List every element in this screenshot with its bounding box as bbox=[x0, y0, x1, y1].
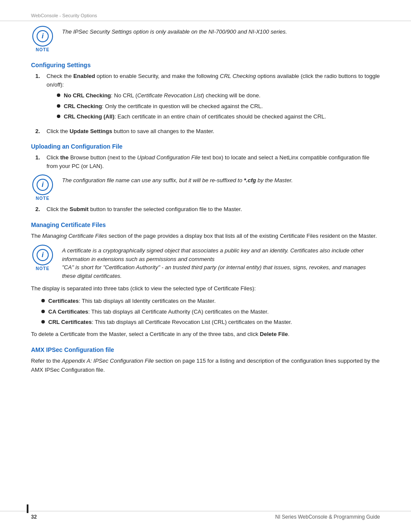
amx-heading: AMX IPSec Configuration file bbox=[31, 346, 380, 353]
crl-bold: CRL Checking bbox=[64, 103, 102, 109]
amx-para: Refer to the Appendix A: IPSec Configura… bbox=[31, 357, 380, 375]
note3-icon: i NOTE bbox=[31, 245, 54, 271]
note3-label: NOTE bbox=[36, 266, 50, 271]
note1-icon: i NOTE bbox=[31, 26, 54, 52]
note2-icon: i NOTE bbox=[31, 174, 54, 201]
step1-italic: CRL Checking bbox=[220, 73, 256, 79]
step2-post: button to save all changes to the Master… bbox=[112, 128, 214, 134]
note1-label: NOTE bbox=[36, 47, 50, 52]
no-crl-italic: Certificate Revocation List bbox=[137, 92, 202, 99]
uploading-step2-num: 2. bbox=[35, 205, 43, 214]
bullet-certificates: Certificates: This tab displays all Iden… bbox=[41, 297, 380, 305]
step2-bold: Update Settings bbox=[69, 128, 112, 134]
note1-box: i NOTE The IPSec Security Settings optio… bbox=[31, 26, 380, 52]
bullet-dot-crl bbox=[41, 320, 45, 324]
bullet-ca-certificates: CA Certificates: This tab displays all C… bbox=[41, 308, 380, 316]
note2-text: The configuration file name can use any … bbox=[62, 174, 293, 185]
bullet-crl-cert-text: CRL Certificates: This tab displays all … bbox=[48, 318, 292, 327]
managing-heading: Managing Certificate Files bbox=[31, 221, 380, 228]
footer-guide-title: NI Series WebConsole & Programming Guide bbox=[275, 514, 380, 520]
configuring-bullets: No CRL Checking: No CRL (Certificate Rev… bbox=[57, 91, 380, 121]
configuring-step1-content: Check the Enabled option to enable Secur… bbox=[47, 72, 380, 124]
note2-icon-circle: i bbox=[32, 174, 53, 195]
managing-para: The Managing Certificate Files section o… bbox=[31, 232, 380, 241]
uploading-the-bold: the bbox=[60, 154, 69, 161]
bottom-rule bbox=[0, 511, 411, 511]
delete-file-bold: Delete File bbox=[260, 331, 288, 337]
uploading-step1: 1. Click the Browse button (next to the … bbox=[35, 153, 380, 170]
step1-bold1: Enabled bbox=[73, 73, 95, 79]
configuring-step2: 2. Click the Update Settings button to s… bbox=[35, 127, 380, 136]
managing-italic: Managing Certificate Files bbox=[42, 233, 107, 239]
page-wrapper: WebConsole - Security Options i NOTE The… bbox=[0, 0, 411, 532]
amx-italic: Appendix A: IPSec Configuration File bbox=[62, 358, 154, 364]
uploading-heading: Uploading an Configuration File bbox=[31, 143, 380, 150]
submit-bold: Submit bbox=[69, 206, 88, 212]
bullet-no-crl-text: No CRL Checking: No CRL (Certificate Rev… bbox=[64, 91, 261, 100]
bullet-crl-certificates: CRL Certificates: This tab displays all … bbox=[41, 318, 380, 327]
no-crl-bold: No CRL Checking bbox=[64, 92, 111, 99]
configuring-heading: Configuring Settings bbox=[31, 62, 380, 68]
uploading-step2-list: 2. Click the Submit button to transfer t… bbox=[35, 205, 380, 214]
uploading-step1-num: 1. bbox=[35, 153, 43, 170]
managing-intro: The display is separated into three tabs… bbox=[31, 284, 380, 293]
uploading-numbered-list: 1. Click the Browse button (next to the … bbox=[35, 153, 380, 170]
note2-box: i NOTE The configuration file name can u… bbox=[31, 174, 380, 201]
bullet-crl-all-text: CRL Checking (All): Each certificate in … bbox=[64, 112, 326, 121]
ca-bold: CA Certificates bbox=[48, 308, 88, 315]
note3-icon-inner: i bbox=[37, 249, 49, 261]
section-configuring: Configuring Settings 1. Check the Enable… bbox=[31, 62, 380, 135]
configuring-step1: 1. Check the Enabled option to enable Se… bbox=[35, 72, 380, 124]
crl-all-bold: CRL Checking (All) bbox=[64, 113, 115, 120]
section-amx: AMX IPSec Configuration file Refer to th… bbox=[31, 346, 380, 375]
configuring-step1-num: 1. bbox=[35, 72, 43, 124]
step1-mid-text: option to enable Security, and make the … bbox=[95, 73, 220, 79]
bullet-certificates-text: Certificates: This tab displays all Iden… bbox=[48, 297, 216, 305]
bullet-crl: CRL Checking: Only the certificate in qu… bbox=[57, 102, 380, 111]
left-bar bbox=[27, 504, 28, 513]
configuring-step2-num: 2. bbox=[35, 127, 43, 136]
managing-bullets: Certificates: This tab displays all Iden… bbox=[41, 297, 380, 327]
bullet-no-crl: No CRL Checking: No CRL (Certificate Rev… bbox=[57, 91, 380, 100]
note2-label: NOTE bbox=[36, 196, 50, 201]
configuring-step2-content: Click the Update Settings button to save… bbox=[47, 127, 380, 136]
header-label: WebConsole - Security Options bbox=[31, 13, 97, 18]
bullet-crl-all: CRL Checking (All): Each certificate in … bbox=[57, 112, 380, 121]
note1-icon-inner: i bbox=[37, 30, 49, 42]
uploading-step2-content: Click the Submit button to transfer the … bbox=[47, 205, 380, 214]
uploading-step2: 2. Click the Submit button to transfer t… bbox=[35, 205, 380, 214]
bullet-dot-1 bbox=[57, 93, 60, 97]
bullet-crl-text: CRL Checking: Only the certificate in qu… bbox=[64, 102, 263, 111]
managing-delete-para: To delete a Certificate from the Master,… bbox=[31, 330, 380, 339]
uploading-italic: Upload Configuration File bbox=[137, 154, 200, 161]
note3-box: i NOTE A certificate is a cryptographica… bbox=[31, 245, 380, 280]
note1-text: The IPSec Security Settings option is on… bbox=[62, 26, 287, 36]
section-managing: Managing Certificate Files The Managing … bbox=[31, 221, 380, 339]
configuring-numbered-list: 1. Check the Enabled option to enable Se… bbox=[35, 72, 380, 135]
footer-page-number: 32 bbox=[31, 514, 37, 520]
bullet-dot-2 bbox=[57, 104, 60, 108]
bullet-dot-3 bbox=[57, 115, 60, 118]
top-rule bbox=[0, 21, 411, 21]
bullet-dot-ca bbox=[41, 310, 45, 313]
section-uploading: Uploading an Configuration File 1. Click… bbox=[31, 143, 380, 214]
step1-intro-text: Check the bbox=[47, 73, 73, 79]
note2-bold: *.cfg bbox=[244, 177, 256, 184]
cert-bold: Certificates bbox=[48, 298, 79, 304]
content-area: i NOTE The IPSec Security Settings optio… bbox=[31, 26, 380, 383]
step2-pre: Click the bbox=[47, 128, 69, 134]
note3-text: A certificate is a cryptographically sig… bbox=[62, 245, 380, 280]
note2-icon-inner: i bbox=[37, 179, 49, 191]
note1-icon-circle: i bbox=[32, 26, 53, 47]
bullet-dot-cert bbox=[41, 299, 45, 302]
bullet-ca-text: CA Certificates: This tab displays all C… bbox=[48, 308, 269, 316]
note3-icon-circle: i bbox=[32, 245, 53, 265]
crl-cert-bold: CRL Certificates bbox=[48, 319, 92, 325]
uploading-step1-content: Click the Browse button (next to the Upl… bbox=[47, 153, 380, 170]
